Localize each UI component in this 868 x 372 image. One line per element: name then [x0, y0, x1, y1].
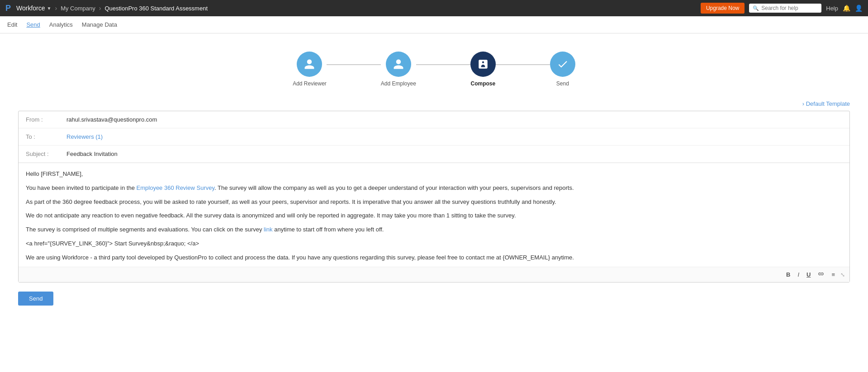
send-button[interactable]: Send	[18, 292, 53, 306]
email-subject-row: Subject : Feedback Invitation	[19, 146, 849, 163]
step-add-reviewer[interactable]: Add Reviewer	[293, 52, 327, 87]
email-form: From : rahul.srivastava@questionpro.com …	[18, 111, 850, 283]
step-send-label: Send	[556, 80, 569, 87]
brand-dropdown-arrow[interactable]: ▼	[47, 6, 52, 11]
resize-handle-icon[interactable]: ⤡	[840, 272, 845, 278]
toolbar-italic-button[interactable]: I	[796, 270, 801, 279]
subnav-analytics[interactable]: Analytics	[49, 17, 73, 33]
sub-navigation: Edit Send Analytics Manage Data	[0, 16, 868, 33]
step-add-employee-icon	[386, 52, 411, 77]
body-line-7: We are using Workforce - a third party t…	[26, 253, 842, 263]
subnav-edit[interactable]: Edit	[7, 17, 17, 33]
top-navigation: P Workforce ▼ › My Company › QuestionPro…	[0, 0, 868, 16]
step-send-icon	[550, 52, 575, 77]
email-toolbar: B I U ≡ ⤡	[19, 267, 849, 282]
default-template-link[interactable]: › Default Template	[802, 100, 850, 107]
template-chevron: ›	[802, 100, 804, 107]
logo-icon: P	[5, 4, 11, 13]
subnav-manage-data[interactable]: Manage Data	[82, 17, 117, 33]
from-label: From :	[26, 116, 66, 123]
email-to-row: To : Reviewers (1)	[19, 128, 849, 146]
email-body-area[interactable]: Hello [FIRST_NAME], You have been invite…	[19, 163, 849, 267]
body-line-2: You have been invited to participate in …	[26, 184, 842, 193]
step-add-employee[interactable]: Add Employee	[381, 52, 416, 87]
step-compose-icon	[470, 52, 496, 77]
user-avatar-icon[interactable]: 👤	[855, 5, 863, 12]
template-label: Default Template	[806, 100, 850, 107]
to-label: To :	[26, 133, 66, 140]
breadcrumb-my-company[interactable]: My Company	[61, 5, 95, 12]
body-line-4: We do not anticipate any reaction to eve…	[26, 211, 842, 221]
step-send[interactable]: Send	[550, 52, 575, 87]
search-icon: 🔍	[753, 5, 759, 11]
step-connector-3	[496, 64, 550, 65]
bell-icon[interactable]: 🔔	[843, 5, 850, 12]
step-add-employee-label: Add Employee	[381, 80, 416, 87]
subject-value[interactable]: Feedback Invitation	[66, 151, 118, 157]
toolbar-bold-button[interactable]: B	[784, 270, 792, 279]
body-line-1: Hello [FIRST_NAME],	[26, 170, 842, 179]
step-compose[interactable]: Compose	[470, 52, 496, 87]
breadcrumb-page-title: QuestionPro 360 Standard Assessment	[104, 5, 208, 12]
from-value: rahul.srivastava@questionpro.com	[66, 116, 157, 123]
step-add-reviewer-label: Add Reviewer	[293, 80, 327, 87]
upgrade-now-button[interactable]: Upgrade Now	[701, 3, 745, 14]
email-from-row: From : rahul.srivastava@questionpro.com	[19, 111, 849, 128]
to-value[interactable]: Reviewers (1)	[66, 133, 103, 140]
step-connector-2	[416, 64, 470, 65]
search-box[interactable]: 🔍	[749, 4, 821, 13]
toolbar-strikethrough-button[interactable]: ≡	[830, 270, 837, 279]
step-compose-label: Compose	[471, 80, 496, 87]
template-row: › Default Template	[18, 100, 850, 107]
stepper: Add Reviewer Add Employee Compose Send	[18, 52, 850, 87]
brand-label[interactable]: Workforce ▼	[16, 5, 51, 12]
main-content: Add Reviewer Add Employee Compose Send ›	[0, 33, 868, 372]
search-input[interactable]	[761, 5, 818, 11]
body-line-3: As part of the 360 degree feedback proce…	[26, 198, 842, 207]
body-line-5: The survey is comprised of multiple segm…	[26, 225, 842, 235]
subnav-send[interactable]: Send	[26, 17, 40, 33]
body-line-6: <a href="{SURVEY_LINK_360}"> Start Surve…	[26, 239, 842, 249]
toolbar-underline-button[interactable]: U	[805, 270, 812, 279]
top-nav-right: Upgrade Now 🔍 Help 🔔 👤	[701, 3, 863, 14]
step-add-reviewer-icon	[297, 52, 322, 77]
step-connector-1	[327, 64, 381, 65]
toolbar-link-button[interactable]	[816, 270, 826, 279]
breadcrumb-sep-1: ›	[55, 5, 57, 12]
brand-name: Workforce	[16, 5, 45, 12]
help-label: Help	[826, 5, 838, 12]
breadcrumb-sep-2: ›	[99, 5, 101, 12]
subject-label: Subject :	[26, 151, 66, 157]
